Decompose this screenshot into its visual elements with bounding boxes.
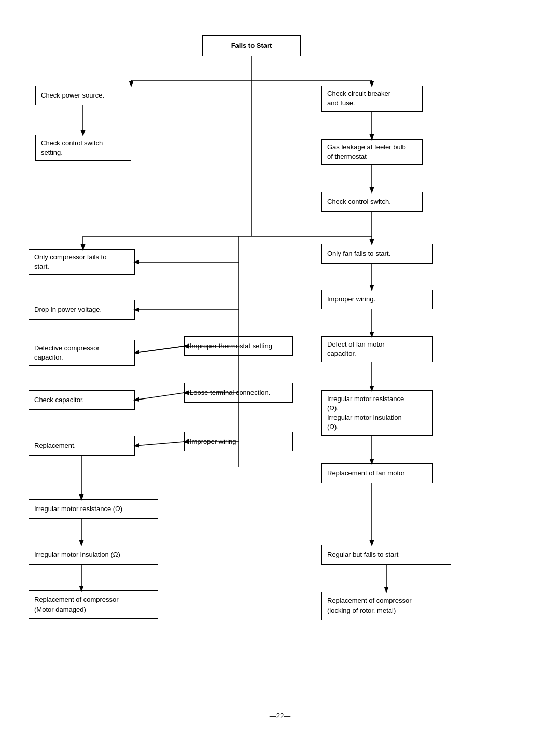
box-check-power: Check power source. [35, 86, 131, 105]
box-defective-compressor-cap: Defective compressorcapacitor. [29, 340, 135, 366]
box-regular-but-fails: Regular but fails to start [321, 545, 451, 565]
box-loose-terminal: Loose terminal connection. [184, 383, 293, 403]
box-defect-fan-motor-cap: Defect of fan motorcapacitor. [321, 336, 433, 362]
box-only-fan: Only fan fails to start. [321, 244, 433, 264]
box-check-control-switch-setting: Check control switchsetting. [35, 135, 131, 161]
box-replacement-compressor-left: Replacement of compressor(Motor damaged) [29, 590, 158, 619]
page-number: —22— [0, 712, 560, 720]
svg-line-24 [135, 346, 184, 353]
box-irregular-motor-resistance-left: Irregular motor resistance (Ω) [29, 499, 158, 519]
flowchart: Fails to Start Check power source. Check… [0, 0, 560, 711]
svg-line-26 [135, 393, 184, 400]
box-improper-wiring-mid: Improper wiring [184, 432, 293, 451]
box-improper-thermostat: Improper thermostat setting [184, 336, 293, 356]
box-improper-wiring: Improper wiring. [321, 290, 433, 309]
box-only-compressor: Only compressor fails tostart. [29, 249, 135, 275]
box-replacement-compressor-right: Replacement of compressor(locking of rot… [321, 592, 451, 620]
svg-line-28 [135, 442, 184, 446]
page: Fails to Start Check power source. Check… [0, 0, 560, 729]
box-replacement-fan-motor: Replacement of fan motor [321, 463, 433, 483]
svg-line-23 [135, 346, 184, 353]
box-check-capacitor: Check capacitor. [29, 390, 135, 410]
box-drop-voltage: Drop in power voltage. [29, 300, 135, 320]
box-replacement: Replacement. [29, 436, 135, 456]
box-irregular-motor-insulation-left: Irregular motor insulation (Ω) [29, 545, 158, 565]
box-gas-leakage: Gas leakage at feeler bulbof thermostat [321, 139, 423, 165]
box-fails-to-start: Fails to Start [202, 35, 301, 56]
box-check-control-switch2: Check control switch. [321, 192, 423, 212]
box-irregular-motor-resistance-right: Irregular motor resistance(Ω).Irregular … [321, 390, 433, 436]
box-check-circuit-breaker: Check circuit breakerand fuse. [321, 86, 423, 112]
